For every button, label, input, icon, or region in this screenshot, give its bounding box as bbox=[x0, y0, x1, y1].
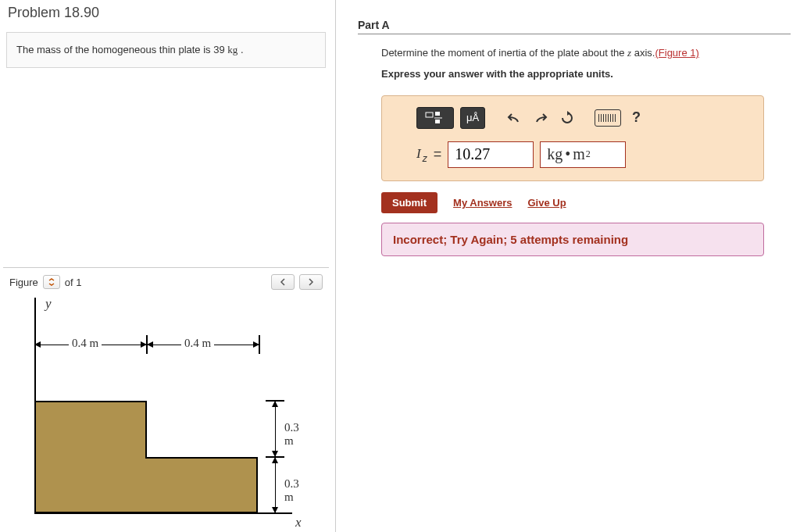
help-button[interactable]: ? bbox=[627, 109, 645, 126]
units-button-label: μÅ bbox=[466, 112, 479, 123]
figure-of-text: of 1 bbox=[65, 277, 82, 288]
reset-button[interactable] bbox=[557, 108, 577, 128]
figure-canvas: y 0.4 m 0.4 m bbox=[9, 298, 314, 532]
problem-title: Problem 18.90 bbox=[8, 5, 329, 21]
units-button[interactable]: μÅ bbox=[460, 107, 485, 129]
x-axis-label: x bbox=[295, 515, 302, 530]
keyboard-button[interactable] bbox=[595, 109, 621, 127]
feedback-message: Incorrect; Try Again; 5 attempts remaini… bbox=[381, 223, 764, 256]
unit-m: m bbox=[573, 145, 585, 163]
equals-sign: = bbox=[434, 146, 442, 162]
dim-tick-v-top bbox=[266, 400, 284, 402]
submit-button[interactable]: Submit bbox=[381, 192, 438, 213]
var-main: I bbox=[416, 146, 421, 161]
intro-unit: kg bbox=[227, 44, 238, 55]
part-heading: Part A bbox=[358, 19, 791, 34]
prompt-text: Determine the moment of inertia of the p… bbox=[381, 45, 791, 62]
dim-tick-mid bbox=[146, 335, 148, 354]
unit-kg: kg bbox=[547, 145, 562, 163]
figure-link[interactable]: (Figure 1) bbox=[655, 47, 698, 59]
unit-dot: • bbox=[565, 145, 570, 163]
prompt-suffix: axis. bbox=[631, 47, 655, 59]
problem-intro: The mass of the homogeneous thin plate i… bbox=[6, 32, 326, 68]
unit-exp: 2 bbox=[586, 148, 591, 160]
my-answers-link[interactable]: My Answers bbox=[453, 197, 512, 209]
plate-seam-cover bbox=[145, 459, 148, 512]
prompt-prefix: Determine the moment of inertia of the p… bbox=[381, 47, 627, 59]
plate-shape-small bbox=[145, 457, 258, 513]
arrow-left-1 bbox=[33, 340, 42, 349]
give-up-link[interactable]: Give Up bbox=[527, 197, 566, 209]
dim-h-left-label: 0.4 m bbox=[69, 337, 102, 350]
svg-rect-1 bbox=[435, 112, 440, 116]
var-sub: z bbox=[423, 152, 427, 163]
intro-text-suffix: . bbox=[238, 44, 243, 55]
format-fraction-button[interactable] bbox=[416, 107, 454, 129]
plate-shape-big bbox=[34, 401, 147, 513]
dim-tick-v-mid bbox=[266, 456, 284, 458]
dim-v-bottom-label: 0.3 m bbox=[281, 477, 314, 504]
svg-rect-3 bbox=[435, 120, 440, 123]
figure-nav: Figure of 1 bbox=[9, 274, 323, 290]
dim-v-top-label: 0.3 m bbox=[281, 421, 314, 448]
undo-button[interactable] bbox=[504, 108, 524, 128]
svg-rect-0 bbox=[426, 112, 433, 117]
var-label: Iz bbox=[416, 145, 427, 164]
dim-tick-right bbox=[259, 335, 260, 354]
action-row: Submit My Answers Give Up bbox=[381, 192, 791, 213]
intro-text-prefix: The mass of the homogeneous thin plate i… bbox=[16, 44, 227, 55]
answer-toolbar: μÅ ? bbox=[416, 107, 752, 129]
figure-next-button[interactable] bbox=[299, 274, 323, 290]
figure-label-text: Figure bbox=[9, 277, 38, 288]
dim-h-right-label: 0.4 m bbox=[181, 337, 214, 350]
prompt-instruction: Express your answer with the appropriate… bbox=[381, 66, 791, 83]
x-axis-line bbox=[34, 512, 292, 514]
equation-row: Iz = kg • m2 bbox=[416, 141, 752, 168]
figure-panel: Figure of 1 y bbox=[3, 267, 329, 532]
answer-block: μÅ ? bbox=[381, 95, 764, 181]
figure-select[interactable] bbox=[43, 275, 60, 289]
units-input[interactable]: kg • m2 bbox=[540, 141, 626, 168]
redo-button[interactable] bbox=[530, 108, 551, 128]
y-axis-label: y bbox=[45, 296, 52, 312]
figure-prev-button[interactable] bbox=[271, 274, 295, 290]
answer-value-input[interactable] bbox=[448, 141, 534, 168]
